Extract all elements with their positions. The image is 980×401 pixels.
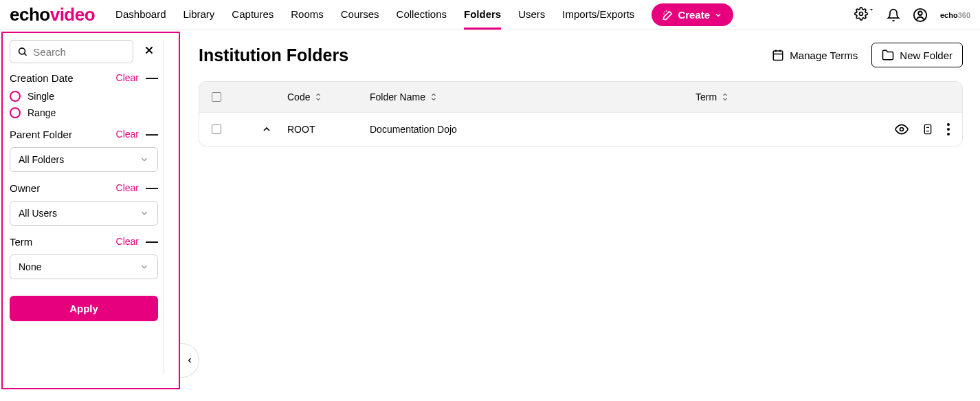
svg-line-5 [25, 54, 27, 56]
search-icon [17, 45, 27, 58]
clear-creation-date[interactable]: Clear [116, 72, 139, 83]
search-input[interactable] [33, 46, 126, 58]
close-icon [143, 44, 155, 56]
radio-icon [10, 91, 21, 102]
collapse-creation-date[interactable]: — [146, 72, 158, 84]
row-folder-name: Documentation Dojo [370, 124, 457, 135]
svg-point-0 [859, 12, 862, 15]
collapse-term[interactable]: — [146, 235, 158, 248]
row-code: ROOT [287, 124, 315, 135]
select-parent-folder-value: All Folders [19, 154, 64, 165]
nav-collections[interactable]: Collections [397, 1, 447, 29]
chevron-down-icon [140, 262, 149, 272]
new-folder-button[interactable]: New Folder [871, 43, 963, 67]
new-folder-label: New Folder [900, 50, 953, 61]
search-box[interactable] [10, 40, 133, 63]
apply-button[interactable]: Apply [10, 296, 158, 321]
nav-rooms[interactable]: Rooms [291, 1, 324, 29]
chevron-down-icon [714, 11, 722, 19]
logo-text-right: video [50, 4, 95, 25]
content-area: Institution Folders Manage Terms New Fol… [181, 30, 980, 401]
nav-users[interactable]: Users [518, 1, 545, 29]
filter-creation-date: Creation Date Clear — Single Range [10, 72, 158, 118]
svg-point-17 [947, 128, 950, 131]
svg-marker-1 [870, 9, 873, 10]
page-title: Institution Folders [199, 45, 348, 65]
filter-term: Term Clear — None [10, 235, 158, 279]
radio-range[interactable]: Range [10, 107, 158, 118]
gear-icon [854, 7, 868, 21]
svg-point-16 [947, 123, 950, 126]
svg-rect-8 [774, 51, 783, 61]
brand-small-right: 360 [958, 11, 970, 19]
svg-rect-13 [924, 124, 931, 133]
svg-point-12 [900, 128, 904, 131]
filter-term-title: Term [10, 236, 32, 248]
create-button-label: Create [678, 9, 710, 21]
filter-panel: Creation Date Clear — Single Range [1, 32, 180, 389]
clear-parent-folder[interactable]: Clear [116, 129, 139, 140]
card-icon[interactable] [922, 122, 933, 136]
nav-links: Dashboard Library Captures Rooms Courses… [115, 1, 634, 30]
nav-dashboard[interactable]: Dashboard [115, 1, 166, 29]
close-search-button[interactable] [140, 41, 158, 62]
chevron-down-icon [869, 7, 874, 12]
logo[interactable]: echovideo [10, 4, 95, 25]
select-all-checkbox[interactable] [212, 92, 221, 102]
filter-creation-date-title: Creation Date [10, 72, 74, 84]
eye-icon[interactable] [895, 122, 909, 136]
settings-dropdown[interactable] [854, 7, 874, 23]
chevron-down-icon [140, 155, 149, 164]
calendar-icon [772, 49, 784, 61]
th-term[interactable]: Term [695, 91, 717, 102]
sort-icon[interactable] [721, 92, 729, 102]
table-header-row: Code Folder Name Term [199, 82, 962, 112]
row-checkbox[interactable] [212, 124, 221, 134]
logo-text-left: echo [10, 4, 50, 25]
select-term-value: None [19, 261, 41, 272]
radio-icon [10, 107, 21, 118]
svg-point-3 [918, 11, 922, 15]
collapse-parent-folder[interactable]: — [146, 128, 158, 140]
select-parent-folder[interactable]: All Folders [10, 147, 158, 172]
th-code[interactable]: Code [287, 91, 310, 102]
clear-term[interactable]: Clear [116, 236, 139, 247]
user-icon[interactable] [913, 8, 928, 23]
more-icon[interactable] [947, 123, 950, 136]
nav-captures[interactable]: Captures [232, 1, 274, 29]
svg-point-18 [947, 133, 950, 136]
select-term[interactable]: None [10, 254, 158, 279]
filter-parent-folder-title: Parent Folder [10, 129, 72, 140]
collapse-owner[interactable]: — [146, 182, 158, 194]
brand-small: echo360 [940, 11, 970, 19]
svg-point-4 [19, 48, 25, 54]
select-owner[interactable]: All Users [10, 201, 158, 226]
top-navigation: echovideo Dashboard Library Captures Roo… [0, 0, 980, 30]
filter-parent-folder: Parent Folder Clear — All Folders [10, 128, 158, 172]
brand-small-left: echo [940, 11, 958, 19]
clear-owner[interactable]: Clear [116, 182, 139, 193]
nav-imports-exports[interactable]: Imports/Exports [562, 1, 634, 29]
table-row[interactable]: ROOT Documentation Dojo [199, 112, 962, 146]
th-folder-name[interactable]: Folder Name [370, 91, 425, 102]
bell-icon[interactable] [887, 8, 900, 22]
nav-folders[interactable]: Folders [464, 1, 501, 30]
main-layout: Creation Date Clear — Single Range [0, 30, 980, 401]
radio-single[interactable]: Single [10, 91, 158, 102]
folders-table: Code Folder Name Term [199, 81, 963, 147]
filter-owner: Owner Clear — All Users [10, 182, 158, 226]
folder-icon [882, 49, 894, 61]
sort-icon[interactable] [314, 92, 322, 102]
wand-icon [662, 10, 673, 21]
manage-terms-link[interactable]: Manage Terms [772, 49, 858, 61]
radio-range-label: Range [27, 107, 56, 118]
filter-owner-title: Owner [10, 182, 40, 194]
chevron-left-icon [186, 356, 194, 365]
nav-courses[interactable]: Courses [341, 1, 379, 29]
radio-single-label: Single [27, 91, 54, 102]
sort-icon[interactable] [430, 92, 438, 102]
select-owner-value: All Users [19, 208, 57, 219]
chevron-up-icon[interactable] [261, 124, 272, 135]
nav-library[interactable]: Library [183, 1, 215, 29]
create-button[interactable]: Create [652, 3, 733, 26]
